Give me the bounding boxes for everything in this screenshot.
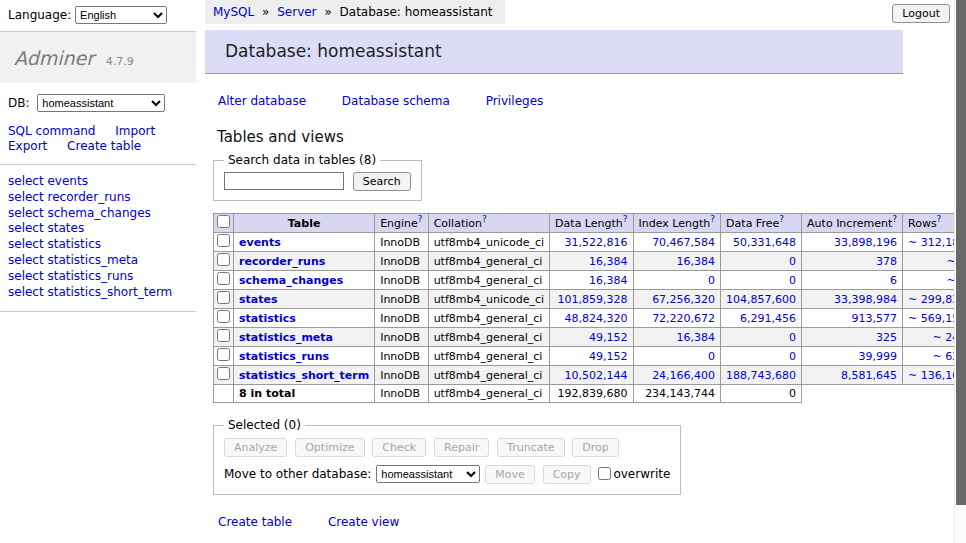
help-link[interactable]: ?	[892, 214, 897, 224]
cell-link-data_free[interactable]: 0	[789, 350, 796, 363]
search-input[interactable]	[224, 172, 344, 190]
cell-link-index_length[interactable]: 16,384	[677, 255, 716, 268]
help-link[interactable]: ?	[779, 214, 784, 224]
move-button[interactable]: Move	[485, 465, 535, 484]
breadcrumb-link-mysql[interactable]: MySQL	[213, 5, 254, 19]
sidebar-table-link-statistics_meta[interactable]: statistics_meta	[47, 253, 138, 267]
cell-link-data_free[interactable]: 0	[789, 331, 796, 344]
optimize-button[interactable]: Optimize	[295, 438, 364, 457]
help-link[interactable]: ?	[482, 214, 487, 224]
cell-link-index_length[interactable]: 72,220,672	[652, 312, 715, 325]
table-link-statistics_short_term[interactable]: statistics_short_term	[239, 369, 369, 382]
scrollbar-thumb[interactable]	[956, 0, 966, 505]
table-link-statistics[interactable]: statistics	[239, 312, 296, 325]
cell-link-data_free[interactable]: 50,331,648	[733, 236, 796, 249]
sidebar-table-link-statistics_runs[interactable]: statistics_runs	[47, 269, 133, 283]
table-link-recorder_runs[interactable]: recorder_runs	[239, 255, 325, 268]
sidebar-table-link-statistics_short_term[interactable]: statistics_short_term	[47, 285, 172, 299]
row-checkbox-schema_changes[interactable]	[217, 272, 230, 285]
cell-link-data_free[interactable]: 188,743,680	[726, 369, 796, 382]
move-db-select[interactable]: homeassistant	[376, 465, 480, 483]
cell-link-data_free[interactable]: 0	[789, 274, 796, 287]
cell-link-data_free[interactable]: 0	[789, 255, 796, 268]
row-checkbox-statistics_short_term[interactable]	[217, 367, 230, 380]
cell-link-index_length[interactable]: 70,467,584	[652, 236, 715, 249]
cell-link-data_length[interactable]: 16,384	[589, 274, 628, 287]
cell-link-data_length[interactable]: 10,502,144	[565, 369, 628, 382]
cell-link-auto_increment[interactable]: 8,581,645	[841, 369, 897, 382]
help-link[interactable]: ?	[623, 214, 628, 224]
cell-link-data_length[interactable]: 49,152	[589, 331, 628, 344]
row-checkbox-states[interactable]	[217, 291, 230, 304]
cell-link-data_length[interactable]: 49,152	[589, 350, 628, 363]
sidebar-item-import[interactable]: Import	[115, 124, 155, 138]
row-checkbox-statistics[interactable]	[217, 310, 230, 323]
cell-link-index_length[interactable]: 0	[708, 274, 715, 287]
cell-link-auto_increment[interactable]: 913,577	[852, 312, 898, 325]
cell-link-data_length[interactable]: 101,859,328	[558, 293, 628, 306]
help-link[interactable]: ?	[710, 214, 715, 224]
drop-button[interactable]: Drop	[572, 438, 618, 457]
create-view-link[interactable]: Create view	[328, 515, 399, 529]
cell-link-auto_increment[interactable]: 325	[876, 331, 897, 344]
cell-link-data_length[interactable]: 31,522,816	[565, 236, 628, 249]
row-checkbox-recorder_runs[interactable]	[217, 253, 230, 266]
cell-link-auto_increment[interactable]: 6	[890, 274, 897, 287]
cell-link-data_free[interactable]: 104,857,600	[726, 293, 796, 306]
search-button[interactable]: Search	[353, 172, 411, 191]
sidebar-table-link-states[interactable]: states	[47, 221, 84, 235]
overwrite-label[interactable]: overwrite	[613, 467, 670, 481]
sidebar-item-sql-command[interactable]: SQL command	[8, 124, 95, 138]
copy-button[interactable]: Copy	[543, 465, 591, 484]
cell-link-data_length[interactable]: 16,384	[589, 255, 628, 268]
sidebar-select-link[interactable]: select	[8, 206, 44, 220]
help-link[interactable]: ?	[418, 214, 423, 224]
sidebar-item-create-table[interactable]: Create table	[67, 139, 141, 153]
check-button[interactable]: Check	[372, 438, 426, 457]
truncate-button[interactable]: Truncate	[497, 438, 564, 457]
cell-link-auto_increment[interactable]: 33,398,984	[834, 293, 897, 306]
sidebar-table-link-statistics[interactable]: statistics	[47, 237, 101, 251]
table-link-statistics_runs[interactable]: statistics_runs	[239, 350, 329, 363]
table-link-schema_changes[interactable]: schema_changes	[239, 274, 343, 287]
cell-link-auto_increment[interactable]: 378	[876, 255, 897, 268]
cell-link-auto_increment[interactable]: 33,898,196	[834, 236, 897, 249]
cell-link-index_length[interactable]: 24,166,400	[652, 369, 715, 382]
cell-link-index_length[interactable]: 0	[708, 350, 715, 363]
cell-link-auto_increment[interactable]: 39,999	[859, 350, 898, 363]
sidebar-select-link[interactable]: select	[8, 190, 44, 204]
vertical-scrollbar[interactable]	[954, 0, 966, 543]
help-link[interactable]: ?	[937, 214, 942, 224]
alter-database-link[interactable]: Alter database	[218, 94, 306, 108]
create-table-link[interactable]: Create table	[218, 515, 292, 529]
app-name[interactable]: Adminer	[14, 47, 94, 69]
cell-link-data_free[interactable]: 6,291,456	[740, 312, 796, 325]
sidebar-select-link[interactable]: select	[8, 237, 44, 251]
sidebar-select-link[interactable]: select	[8, 221, 44, 235]
cell-link-index_length[interactable]: 67,256,320	[652, 293, 715, 306]
breadcrumb-link-server[interactable]: Server	[277, 5, 316, 19]
cell-link-index_length[interactable]: 16,384	[677, 331, 716, 344]
select-all-checkbox[interactable]	[217, 215, 230, 228]
table-link-events[interactable]: events	[239, 236, 281, 249]
overwrite-checkbox[interactable]	[598, 467, 611, 480]
table-link-statistics_meta[interactable]: statistics_meta	[239, 331, 333, 344]
table-link-states[interactable]: states	[239, 293, 278, 306]
language-select[interactable]: English	[75, 6, 167, 24]
repair-button[interactable]: Repair	[434, 438, 489, 457]
sidebar-select-link[interactable]: select	[8, 174, 44, 188]
cell-link-data_length[interactable]: 48,824,320	[565, 312, 628, 325]
sidebar-table-link-schema_changes[interactable]: schema_changes	[47, 206, 150, 220]
privileges-link[interactable]: Privileges	[486, 94, 544, 108]
db-select[interactable]: homeassistant	[37, 94, 165, 112]
sidebar-table-link-events[interactable]: events	[47, 174, 87, 188]
row-checkbox-statistics_meta[interactable]	[217, 329, 230, 342]
sidebar-table-link-recorder_runs[interactable]: recorder_runs	[47, 190, 130, 204]
analyze-button[interactable]: Analyze	[224, 438, 287, 457]
sidebar-select-link[interactable]: select	[8, 269, 44, 283]
app-version[interactable]: 4.7.9	[106, 55, 134, 68]
row-checkbox-events[interactable]	[217, 234, 230, 247]
sidebar-select-link[interactable]: select	[8, 253, 44, 267]
database-schema-link[interactable]: Database schema	[342, 94, 450, 108]
row-checkbox-statistics_runs[interactable]	[217, 348, 230, 361]
